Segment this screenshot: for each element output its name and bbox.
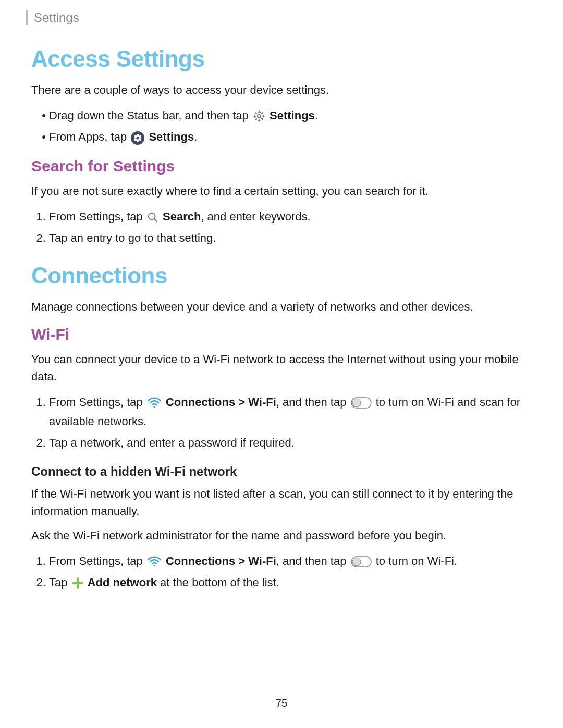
heading-hidden-wifi: Connect to a hidden Wi-Fi network bbox=[31, 464, 532, 479]
toggle-off-icon bbox=[351, 556, 372, 567]
wifi-icon bbox=[147, 556, 162, 568]
text: Drag down the Status bar, and then tap bbox=[49, 109, 252, 122]
svg-line-3 bbox=[154, 219, 157, 222]
hidden-step-2: Tap Add network at the bottom of the lis… bbox=[49, 573, 532, 592]
hidden-step-1: From Settings, tap Connections > Wi-Fi, … bbox=[49, 551, 532, 571]
svg-point-6 bbox=[352, 399, 361, 407]
text-bold: Connections > Wi-Fi bbox=[166, 554, 276, 567]
text-bold: Connections > Wi-Fi bbox=[166, 396, 276, 409]
wifi-step-1: From Settings, tap Connections > Wi-Fi, … bbox=[49, 392, 532, 431]
plus-icon bbox=[72, 577, 83, 589]
hidden-intro-1: If the Wi-Fi network you want is not lis… bbox=[31, 485, 532, 520]
svg-point-9 bbox=[352, 558, 361, 566]
wifi-step-2: Tap a network, and enter a password if r… bbox=[49, 433, 532, 452]
breadcrumb-text: Settings bbox=[34, 10, 79, 24]
text: . bbox=[194, 130, 197, 143]
text: , and then tap bbox=[276, 554, 350, 567]
heading-search-settings: Search for Settings bbox=[31, 157, 532, 175]
wifi-intro: You can connect your device to a Wi-Fi n… bbox=[31, 351, 532, 385]
wifi-icon bbox=[147, 397, 162, 409]
search-icon bbox=[147, 212, 158, 223]
text: Tap bbox=[49, 576, 71, 589]
heading-connections: Connections bbox=[31, 263, 532, 289]
svg-point-7 bbox=[153, 565, 155, 566]
text-bold: Settings bbox=[270, 109, 315, 122]
wifi-steps: From Settings, tap Connections > Wi-Fi, … bbox=[49, 392, 532, 453]
heading-access-settings: Access Settings bbox=[31, 46, 532, 72]
page-number: 75 bbox=[0, 697, 563, 709]
search-steps: From Settings, tap Search, and enter key… bbox=[49, 207, 532, 248]
gear-filled-icon bbox=[131, 131, 144, 145]
text-bold: Settings bbox=[149, 130, 194, 143]
bullet-status-bar: Drag down the Status bar, and then tap S… bbox=[49, 106, 532, 125]
text: , and then tap bbox=[276, 396, 350, 409]
search-step-1: From Settings, tap Search, and enter key… bbox=[49, 207, 532, 226]
text: From Settings, tap bbox=[49, 396, 146, 409]
heading-wifi: Wi-Fi bbox=[31, 326, 532, 343]
text: From Settings, tap bbox=[49, 210, 146, 223]
gear-icon bbox=[253, 110, 265, 122]
text: to turn on Wi-Fi. bbox=[376, 554, 457, 567]
access-bullets: Drag down the Status bar, and then tap S… bbox=[49, 106, 532, 147]
search-step-2: Tap an entry to go to that setting. bbox=[49, 228, 532, 248]
text: at the bottom of the list. bbox=[157, 576, 279, 589]
hidden-intro-2: Ask the Wi-Fi network administrator for … bbox=[31, 527, 532, 544]
text-bold: Add network bbox=[88, 576, 157, 589]
text: From Settings, tap bbox=[49, 554, 146, 567]
text: , and enter keywords. bbox=[201, 210, 310, 223]
hidden-steps: From Settings, tap Connections > Wi-Fi, … bbox=[49, 551, 532, 593]
access-intro: There are a couple of ways to access you… bbox=[31, 81, 532, 98]
text-bold: Search bbox=[163, 210, 201, 223]
connections-intro: Manage connections between your device a… bbox=[31, 298, 532, 315]
header-breadcrumb: Settings bbox=[26, 10, 532, 25]
toggle-off-icon bbox=[351, 397, 372, 409]
svg-point-0 bbox=[258, 115, 261, 118]
text: From Apps, tap bbox=[49, 130, 130, 143]
svg-point-4 bbox=[153, 406, 155, 408]
bullet-from-apps: From Apps, tap Settings. bbox=[49, 127, 532, 146]
text: . bbox=[315, 109, 318, 122]
search-intro: If you are not sure exactly where to fin… bbox=[31, 182, 532, 200]
